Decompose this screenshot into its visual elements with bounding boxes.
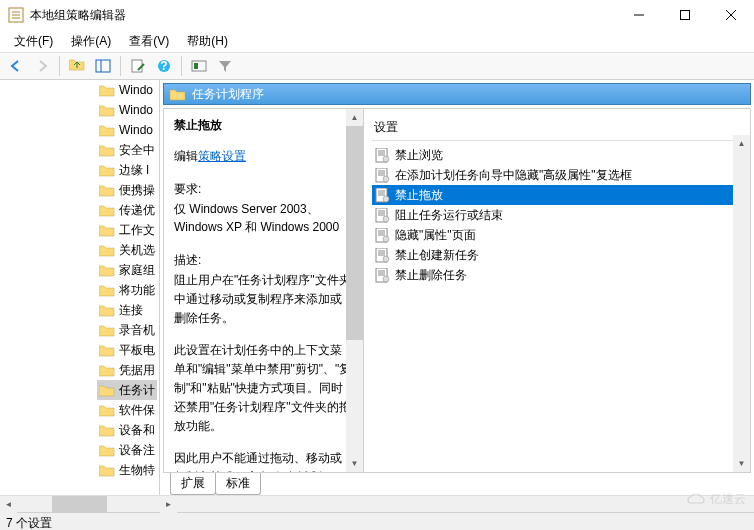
tree-list[interactable]: WindoWindoWindo安全中边缘 l便携操传递优工作文关机选家庭组将功能… [97,80,157,480]
edit-policy-link[interactable]: 策略设置 [198,149,246,163]
settings-list[interactable]: 禁止浏览在添加计划任务向导中隐藏"高级属性"复选框禁止拖放阻止任务运行或结束隐藏… [372,145,742,285]
options-button[interactable] [187,54,211,78]
policy-title: 禁止拖放 [174,117,353,134]
setting-item[interactable]: 禁止删除任务 [372,265,742,285]
svg-rect-21 [194,63,198,69]
tree-item[interactable]: 设备注 [97,440,157,460]
requirements-label: 要求: [174,181,353,198]
folder-icon [170,88,186,101]
menu-file[interactable]: 文件(F) [6,31,61,52]
svg-text:?: ? [160,59,167,73]
tree-item[interactable]: 便携操 [97,180,157,200]
h-scrollbar[interactable]: ◄ ► [0,495,754,512]
tree-item[interactable]: 生物特 [97,460,157,480]
close-button[interactable] [708,0,754,30]
tree-item[interactable]: 连接 [97,300,157,320]
up-button[interactable] [65,54,89,78]
menu-help[interactable]: 帮助(H) [179,31,236,52]
tree-item[interactable]: 关机选 [97,240,157,260]
tree-item[interactable]: 平板电 [97,340,157,360]
tree-item[interactable]: 录音机 [97,320,157,340]
titlebar: 本地组策略编辑器 [0,0,754,30]
status-text: 7 个设置 [6,515,52,530]
tab-extended[interactable]: 扩展 [170,473,216,495]
settings-panel: 设置 禁止浏览在添加计划任务向导中隐藏"高级属性"复选框禁止拖放阻止任务运行或结… [364,109,750,472]
statusbar: 7 个设置 [0,512,754,530]
tree-item[interactable]: Windo [97,120,157,140]
minimize-button[interactable] [616,0,662,30]
setting-item[interactable]: 禁止创建新任务 [372,245,742,265]
tree-panel: WindoWindoWindo安全中边缘 l便携操传递优工作文关机选家庭组将功能… [0,80,160,495]
workspace: WindoWindoWindo安全中边缘 l便携操传递优工作文关机选家庭组将功能… [0,80,754,495]
tree-item[interactable]: 凭据用 [97,360,157,380]
tree-item[interactable]: 家庭组 [97,260,157,280]
setting-item[interactable]: 阻止任务运行或结束 [372,205,742,225]
requirements-text: 仅 Windows Server 2003、Windows XP 和 Windo… [174,200,353,236]
settings-column-header[interactable]: 设置 [372,115,742,141]
app-icon [8,7,24,23]
watermark: 亿速云 [686,491,746,508]
tree-item[interactable]: 边缘 l [97,160,157,180]
export-button[interactable] [126,54,150,78]
description-panel: 禁止拖放 编辑策略设置 要求: 仅 Windows Server 2003、Wi… [164,109,364,472]
setting-item[interactable]: 禁止拖放 [372,185,742,205]
tree-item[interactable]: 安全中 [97,140,157,160]
forward-button[interactable] [30,54,54,78]
tree-item[interactable]: 软件保 [97,400,157,420]
svg-rect-12 [681,11,690,20]
description-text: 阻止用户在"任务计划程序"文件夹中通过移动或复制程序来添加或删除任务。 此设置在… [174,271,353,472]
filter-button[interactable] [213,54,237,78]
tree-item[interactable]: 传递优 [97,200,157,220]
settings-scrollbar[interactable]: ▲ ▼ [733,135,750,472]
menu-action[interactable]: 操作(A) [63,31,119,52]
tree-item[interactable]: 将功能 [97,280,157,300]
back-button[interactable] [4,54,28,78]
show-hide-button[interactable] [91,54,115,78]
setting-item[interactable]: 在添加计划任务向导中隐藏"高级属性"复选框 [372,165,742,185]
desc-scrollbar[interactable]: ▲ ▼ [346,109,363,472]
menubar: 文件(F) 操作(A) 查看(V) 帮助(H) [0,30,754,52]
edit-line: 编辑策略设置 [174,148,353,165]
window-title: 本地组策略编辑器 [30,7,616,24]
tree-item[interactable]: 工作文 [97,220,157,240]
detail-header: 任务计划程序 [163,83,751,105]
tree-item[interactable]: Windo [97,80,157,100]
help-button[interactable]: ? [152,54,176,78]
description-label: 描述: [174,252,353,269]
svg-rect-15 [96,60,110,72]
maximize-button[interactable] [662,0,708,30]
setting-item[interactable]: 隐藏"属性"页面 [372,225,742,245]
tree-item[interactable]: 设备和 [97,420,157,440]
menu-view[interactable]: 查看(V) [121,31,177,52]
toolbar: ? [0,52,754,80]
detail-panel: 任务计划程序 禁止拖放 编辑策略设置 要求: 仅 Windows Server … [160,80,754,495]
tab-row: 扩展 标准 [160,473,754,495]
setting-item[interactable]: 禁止浏览 [372,145,742,165]
tree-item[interactable]: 任务计 [97,380,157,400]
tree-item[interactable]: Windo [97,100,157,120]
svg-rect-17 [132,60,142,72]
detail-header-title: 任务计划程序 [192,86,264,103]
tab-standard[interactable]: 标准 [215,473,261,495]
